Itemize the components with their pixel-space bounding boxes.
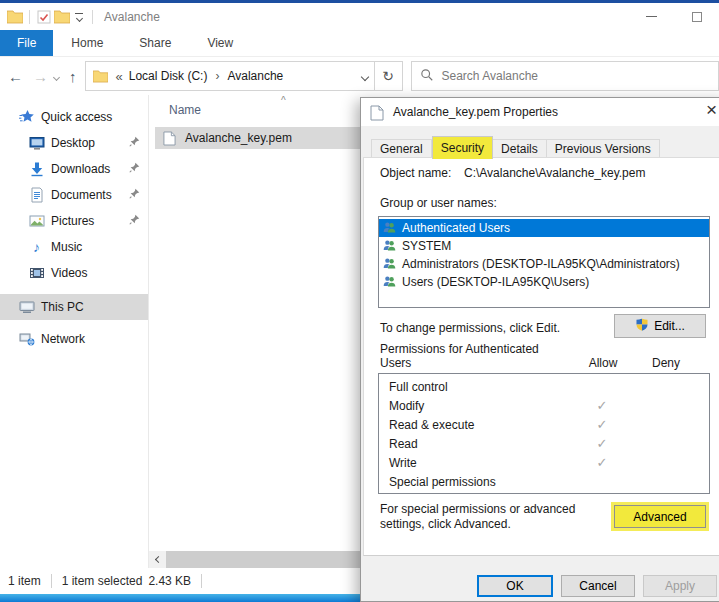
pin-icon [129,188,140,202]
sidebar-item-label: This PC [41,300,84,314]
back-icon[interactable]: ← [8,68,23,85]
scrollbar-thumb[interactable] [166,551,360,568]
group-list-item[interactable]: Users (DESKTOP-ILA95KQ\Users) [379,273,709,291]
sidebar-item-music[interactable]: ♪Music [0,234,148,260]
search-input[interactable]: Search Avalanche [411,61,719,91]
apply-label: Apply [665,579,695,593]
title-bar: Avalanche [0,3,719,30]
sidebar-item-documents[interactable]: Documents [0,182,148,208]
sidebar-item-label: Music [51,240,82,254]
qat-customize-icon[interactable] [75,13,83,21]
permissions-listbox[interactable]: Full controlModify✓Read & execute✓Read✓W… [378,373,710,494]
cancel-label: Cancel [579,579,616,593]
dialog-buttons: OK Cancel Apply [477,575,717,597]
sidebar-item-desktop[interactable]: Desktop [0,130,148,156]
permission-row[interactable]: Full control [379,377,709,396]
qat-properties-icon[interactable] [35,9,53,25]
address-bar[interactable]: « Local Disk (C:)›Avalanche [85,61,375,91]
refresh-icon[interactable]: ↻ [375,61,403,91]
group-name: Administrators (DESKTOP-ILA95KQ\Administ… [402,257,680,271]
dialog-tab-bar: GeneralSecurityDetailsPrevious Versions [371,136,660,159]
ribbon-tab-view[interactable]: View [189,30,251,56]
qat-new-folder-icon[interactable] [53,9,71,25]
cancel-button[interactable]: Cancel [561,575,635,597]
dialog-tab-details[interactable]: Details [493,139,547,159]
permission-row[interactable]: Read & execute✓ [379,415,709,434]
ok-button[interactable]: OK [477,575,553,597]
address-folder-icon [92,68,110,84]
group-list-item[interactable]: Authenticated Users [379,219,709,237]
properties-dialog: Avalanche_key.pem Properties × GeneralSe… [360,97,719,602]
minimize-button[interactable] [629,3,674,30]
allow-checkmark: ✓ [571,398,633,413]
titlebar-separator2 [92,10,93,24]
dialog-tab-security[interactable]: Security [432,136,493,159]
advanced-button[interactable]: Advanced [614,505,706,528]
ribbon-tab-share[interactable]: Share [121,30,189,56]
music-icon: ♪ [28,239,45,255]
sidebar-item-downloads[interactable]: Downloads [0,156,148,182]
window-title: Avalanche [104,10,160,24]
ribbon-tab-file[interactable]: File [0,30,53,56]
group-name: Authenticated Users [402,221,510,235]
breadcrumb-collapse-icon[interactable]: « [116,69,123,84]
this-pc-icon [18,299,35,315]
permission-name: Modify [389,399,571,413]
pin-icon [129,136,140,150]
apply-button[interactable]: Apply [643,575,717,597]
groups-listbox[interactable]: Authenticated UsersSYSTEMAdministrators … [378,216,710,308]
advanced-hint: For special permissions or advanced sett… [380,502,622,532]
allow-checkmark: ✓ [571,436,633,451]
deny-column-label: Deny [634,356,698,370]
up-icon[interactable]: ↑ [69,68,77,85]
maximize-button[interactable] [674,3,719,30]
scroll-left-icon[interactable] [149,551,166,568]
permission-row[interactable]: Write✓ [379,453,709,472]
sidebar-item-videos[interactable]: Videos [0,260,148,286]
horizontal-scrollbar[interactable] [149,551,360,568]
object-name-row: Object name: C:\Avalanche\Avalanche_key.… [380,166,645,180]
desktop-icon [28,135,45,151]
group-list-item[interactable]: Administrators (DESKTOP-ILA95KQ\Administ… [379,255,709,273]
advanced-button-label: Advanced [633,510,686,524]
permission-name: Write [389,456,571,470]
permissions-header: Permissions for Authenticated Users Allo… [380,342,710,370]
pin-icon [129,214,140,228]
minimize-icon [646,16,657,17]
column-header-name[interactable]: Name [169,103,201,117]
permission-row[interactable]: Read✓ [379,434,709,453]
status-size: 2.43 KB [148,574,191,588]
documents-icon [28,187,45,203]
groups-label: Group or user names: [380,196,497,210]
permission-row[interactable]: Special permissions [379,472,709,491]
dialog-tab-previous-versions[interactable]: Previous Versions [547,139,660,159]
group-list-item[interactable]: SYSTEM [379,237,709,255]
sidebar-item-this-pc[interactable]: This PC [0,294,148,320]
recent-locations-icon[interactable] [54,69,59,83]
breadcrumb-item[interactable]: Local Disk (C:) [129,69,208,83]
search-icon [420,68,434,85]
dialog-close-icon[interactable]: × [706,99,717,121]
object-name-value: C:\Avalanche\Avalanche_key.pem [464,166,645,180]
sidebar-item-label: Quick access [41,110,112,124]
breadcrumb-item[interactable]: Avalanche [227,69,283,83]
edit-button[interactable]: Edit... [614,314,706,338]
sidebar-item-network[interactable]: Network [0,326,148,352]
forward-icon[interactable]: → [33,68,48,85]
allow-column-label: Allow [572,356,634,370]
ribbon-tab-home[interactable]: Home [53,30,121,56]
app-folder-icon [6,9,24,25]
sidebar-item-pictures[interactable]: Pictures [0,208,148,234]
file-page-icon [370,105,386,120]
address-dropdown-icon[interactable] [362,69,368,83]
pin-icon [129,162,140,176]
permission-row[interactable]: Modify✓ [379,396,709,415]
sidebar-item-label: Videos [51,266,87,280]
sort-ascending-icon[interactable]: ^ [281,95,286,106]
group-name: SYSTEM [402,239,451,253]
file-page-icon [163,131,179,146]
network-icon [18,331,35,347]
downloads-icon [28,161,45,177]
sidebar-item-quick-access[interactable]: Quick access [0,104,148,130]
dialog-tab-general[interactable]: General [371,139,432,159]
